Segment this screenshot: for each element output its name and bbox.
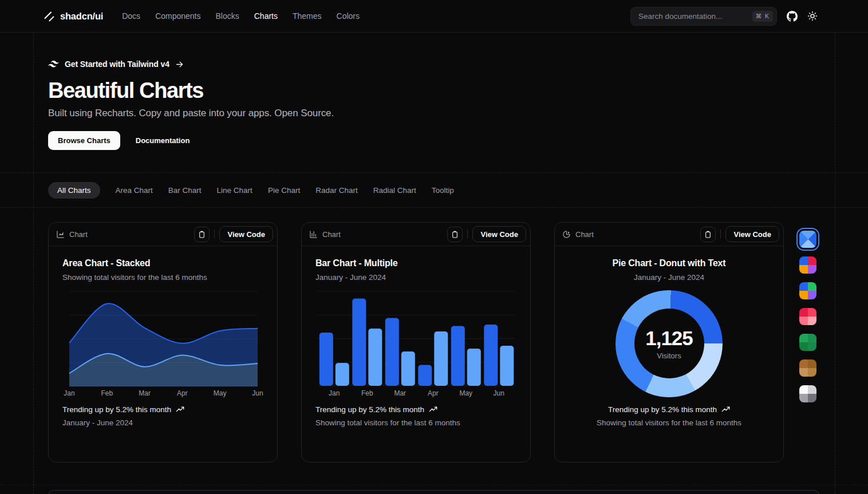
pie-chart-card: Chart View Code Pie Chart - Donut with T… — [554, 222, 784, 463]
search-shortcut-kbd: ⌘ K — [752, 11, 773, 22]
shadcn-logo-icon — [43, 10, 55, 22]
view-code-button[interactable]: View Code — [472, 226, 526, 242]
card-toolbar: Chart View Code — [302, 223, 530, 246]
browse-charts-button[interactable]: Browse Charts — [48, 131, 120, 150]
trend-text: Trending up by 5.2% this month — [315, 405, 516, 414]
footer-subtext: Showing total visitors for the last 6 mo… — [315, 418, 516, 427]
grouped-bar-chart: JanFebMarAprMayJun — [315, 289, 518, 398]
theme-swatch-gray[interactable] — [799, 385, 816, 402]
bar-chart-card: Chart View Code Bar Chart - Multiple Jan… — [301, 222, 531, 463]
svg-text:Apr: Apr — [177, 389, 188, 397]
github-button[interactable] — [787, 11, 798, 22]
tab-tooltip[interactable]: Tooltip — [432, 186, 454, 195]
theme-swatch-default[interactable] — [799, 256, 816, 274]
card-toolbar-label: Chart — [69, 230, 88, 239]
theme-swatch-multi[interactable] — [799, 282, 816, 299]
trend-text: Trending up by 5.2% this month — [608, 405, 730, 414]
theme-swatch-amber[interactable] — [799, 359, 816, 377]
search-box[interactable]: ⌘ K — [630, 7, 777, 26]
clipboard-icon — [704, 231, 712, 238]
svg-text:May: May — [214, 389, 227, 397]
top-navbar: shadcn/ui Docs Components Blocks Charts … — [0, 0, 868, 33]
tab-pie-chart[interactable]: Pie Chart — [268, 186, 300, 195]
github-icon — [787, 11, 798, 22]
card-toolbar-label: Chart — [575, 230, 594, 239]
svg-text:Apr: Apr — [428, 389, 439, 397]
trending-up-icon — [721, 405, 730, 414]
toolbar-divider — [720, 230, 721, 239]
chart-card-description: January - June 2024 — [634, 273, 704, 282]
theme-toggle-button[interactable] — [807, 11, 818, 21]
nav-link-colors[interactable]: Colors — [337, 11, 360, 21]
nav-link-components[interactable]: Components — [155, 11, 200, 21]
tab-all-charts[interactable]: All Charts — [48, 182, 100, 199]
tab-line-chart[interactable]: Line Chart — [217, 186, 252, 195]
chart-card-description: January - June 2024 — [315, 273, 516, 282]
charts-grid: Chart View Code Area Chart - Stacked Sho… — [0, 208, 868, 494]
arrow-right-icon — [175, 60, 184, 69]
theme-swatch-rose[interactable] — [799, 308, 816, 325]
nav-link-docs[interactable]: Docs — [122, 11, 140, 21]
trending-up-icon — [429, 405, 437, 414]
view-code-button[interactable]: View Code — [725, 226, 779, 242]
nav-link-charts[interactable]: Charts — [254, 11, 278, 21]
svg-text:Feb: Feb — [361, 389, 373, 397]
footer-subtext: Showing total visitors for the last 6 mo… — [597, 418, 741, 427]
page-subtitle: Built using Recharts. Copy and paste int… — [48, 108, 868, 119]
card-toolbar: Chart View Code — [49, 223, 277, 246]
copy-code-button[interactable] — [194, 227, 210, 242]
svg-text:Mar: Mar — [139, 389, 151, 397]
svg-text:Jun: Jun — [252, 389, 263, 397]
chart-type-tabs: All Charts Area Chart Bar Chart Line Cha… — [0, 172, 868, 208]
tailwind-v4-announcement-link[interactable]: Get Started with Tailwind v4 — [48, 58, 868, 70]
tab-area-chart[interactable]: Area Chart — [116, 186, 153, 195]
card-toolbar: Chart View Code — [555, 223, 783, 246]
tab-radar-chart[interactable]: Radar Chart — [315, 186, 358, 195]
clipboard-icon — [451, 231, 459, 238]
chart-card-title: Pie Chart - Donut with Text — [613, 258, 726, 268]
brand-name: shadcn/ui — [60, 11, 103, 22]
card-toolbar-label: Chart — [322, 230, 341, 239]
toolbar-divider — [214, 230, 215, 239]
trending-up-icon — [176, 405, 184, 414]
svg-text:May: May — [459, 389, 472, 397]
chart-column-icon — [309, 230, 318, 239]
stacked-area-chart: JanFebMarAprMayJun — [62, 289, 265, 398]
theme-swatch-green[interactable] — [799, 334, 816, 351]
chart-area-icon — [56, 230, 65, 239]
tailwind-icon — [48, 61, 59, 68]
search-input[interactable] — [638, 12, 752, 21]
footer-subtext: January - June 2024 — [62, 418, 263, 427]
next-row-card-top — [48, 490, 819, 494]
trend-text: Trending up by 5.2% this month — [62, 405, 263, 414]
donut-chart: 1,125 Visitors — [616, 290, 723, 397]
copy-code-button[interactable] — [700, 227, 716, 242]
nav-link-blocks[interactable]: Blocks — [216, 11, 239, 21]
copy-code-button[interactable] — [447, 227, 463, 242]
theme-swatch-rail — [799, 231, 816, 402]
page-title: Beautiful Charts — [48, 78, 868, 103]
view-code-button[interactable]: View Code — [219, 226, 273, 242]
hero-section: Get Started with Tailwind v4 Beautiful C… — [0, 33, 868, 172]
section-divider — [0, 485, 868, 485]
brand-home-link[interactable]: shadcn/ui — [43, 10, 103, 22]
svg-text:Jun: Jun — [494, 389, 504, 397]
svg-text:Jan: Jan — [64, 389, 74, 397]
announcement-text: Get Started with Tailwind v4 — [65, 60, 169, 69]
chart-card-title: Bar Chart - Multiple — [315, 258, 516, 268]
clipboard-icon — [198, 231, 206, 238]
chart-card-description: Showing total visitors for the last 6 mo… — [62, 273, 263, 282]
donut-total-label: Visitors — [657, 351, 681, 360]
svg-text:Jan: Jan — [329, 389, 340, 397]
documentation-button[interactable]: Documentation — [126, 131, 200, 150]
toolbar-divider — [467, 230, 468, 239]
chart-pie-icon — [562, 230, 571, 239]
tab-radial-chart[interactable]: Radial Chart — [373, 186, 416, 195]
theme-swatch-blue[interactable] — [799, 231, 816, 248]
svg-text:Mar: Mar — [394, 389, 406, 397]
sun-icon — [807, 11, 818, 21]
tab-bar-chart[interactable]: Bar Chart — [168, 186, 202, 195]
donut-total-value: 1,125 — [645, 327, 693, 350]
nav-link-themes[interactable]: Themes — [293, 11, 322, 21]
chart-card-title: Area Chart - Stacked — [62, 258, 263, 268]
